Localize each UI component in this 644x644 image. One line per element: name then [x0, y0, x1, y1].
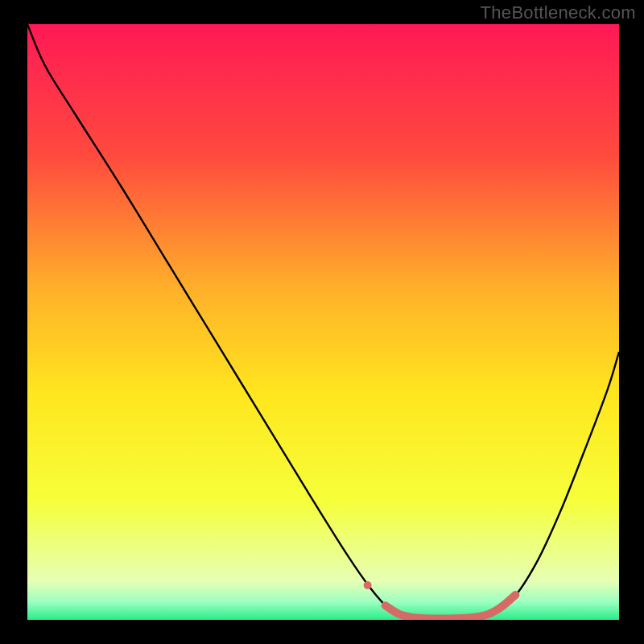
chart-stage: TheBottleneck.com	[0, 0, 644, 644]
gradient-background	[27, 24, 619, 620]
marker-dot	[364, 581, 372, 589]
plot-area	[27, 24, 619, 620]
watermark-text: TheBottleneck.com	[481, 2, 636, 23]
bottleneck-chart	[27, 24, 619, 620]
